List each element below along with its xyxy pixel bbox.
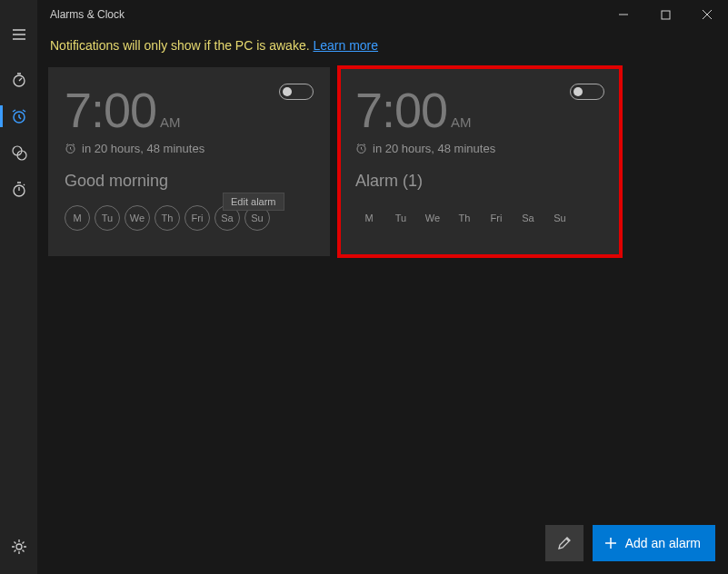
pencil-icon bbox=[556, 535, 573, 551]
edit-alarms-button[interactable] bbox=[545, 525, 583, 561]
gear-icon bbox=[11, 539, 27, 555]
clock-icon bbox=[355, 143, 367, 154]
day-m: M bbox=[355, 205, 383, 231]
close-button[interactable] bbox=[686, 0, 728, 29]
alarm-toggle[interactable] bbox=[570, 84, 604, 100]
notification-text: Notifications will only show if the PC i… bbox=[50, 38, 313, 53]
notification-banner: Notifications will only show if the PC i… bbox=[37, 29, 728, 60]
day-we: We bbox=[419, 205, 446, 231]
alarm-ampm: AM bbox=[160, 114, 181, 130]
titlebar: Alarms & Clock bbox=[37, 0, 728, 29]
clock-icon bbox=[65, 143, 76, 154]
alarm-time: 7:00 bbox=[65, 82, 156, 138]
day-we[interactable]: We bbox=[125, 205, 150, 231]
svg-rect-6 bbox=[662, 11, 670, 19]
nav-timer[interactable] bbox=[0, 62, 37, 98]
toggle-knob bbox=[573, 87, 583, 96]
day-th[interactable]: Th bbox=[155, 205, 180, 231]
alarm-ampm: AM bbox=[451, 114, 472, 130]
alarm-time: 7:00 bbox=[355, 82, 447, 138]
nav-settings[interactable] bbox=[0, 529, 37, 565]
plus-icon bbox=[603, 536, 618, 550]
stopwatch-icon bbox=[11, 181, 27, 197]
minimize-button[interactable] bbox=[603, 0, 644, 29]
main-content: Alarms & Clock Notifications will only s… bbox=[37, 0, 728, 574]
maximize-button[interactable] bbox=[644, 0, 686, 29]
alarm-list: 7:00 AM in 20 hours, 48 minutes Good mor… bbox=[37, 60, 728, 263]
add-alarm-button[interactable]: Add an alarm bbox=[593, 525, 715, 561]
svg-point-5 bbox=[16, 544, 22, 549]
next-occurrence: in 20 hours, 48 minutes bbox=[373, 142, 495, 155]
next-occurrence: in 20 hours, 48 minutes bbox=[82, 142, 204, 155]
alarm-card-selected[interactable]: 7:00 AM in 20 hours, 48 minutes Alarm (1… bbox=[339, 67, 621, 256]
day-su: Su bbox=[546, 205, 573, 231]
maximize-icon bbox=[661, 10, 671, 20]
alarm-card[interactable]: 7:00 AM in 20 hours, 48 minutes Good mor… bbox=[48, 67, 330, 256]
alarm-icon bbox=[11, 108, 27, 124]
day-fri: Fri bbox=[483, 205, 510, 231]
nav-stopwatch[interactable] bbox=[0, 171, 37, 207]
sidebar bbox=[0, 0, 37, 574]
alarm-toggle[interactable] bbox=[279, 84, 314, 100]
days-row: M Tu We Th Fri Sa Su bbox=[355, 205, 604, 231]
close-icon bbox=[702, 9, 713, 20]
bottom-actions: Add an alarm bbox=[545, 525, 715, 561]
toggle-knob bbox=[283, 87, 292, 96]
nav-world-clock[interactable] bbox=[0, 134, 37, 171]
alarm-name: Good morning bbox=[65, 172, 314, 191]
nav-alarm[interactable] bbox=[0, 98, 37, 134]
edit-tooltip: Edit alarm bbox=[223, 193, 284, 211]
day-sa: Sa bbox=[514, 205, 542, 231]
world-clock-icon bbox=[11, 144, 27, 161]
day-th: Th bbox=[451, 205, 478, 231]
day-tu[interactable]: Tu bbox=[95, 205, 120, 231]
timer-icon bbox=[11, 72, 27, 88]
alarm-name: Alarm (1) bbox=[355, 172, 604, 191]
day-tu: Tu bbox=[387, 205, 414, 231]
hamburger-icon bbox=[12, 27, 26, 42]
add-alarm-label: Add an alarm bbox=[625, 536, 701, 550]
minimize-icon bbox=[618, 9, 629, 20]
hamburger-menu[interactable] bbox=[0, 16, 37, 53]
day-m[interactable]: M bbox=[65, 205, 90, 231]
window-title: Alarms & Clock bbox=[50, 8, 125, 21]
learn-more-link[interactable]: Learn more bbox=[313, 38, 378, 53]
day-fri[interactable]: Fri bbox=[184, 205, 210, 231]
